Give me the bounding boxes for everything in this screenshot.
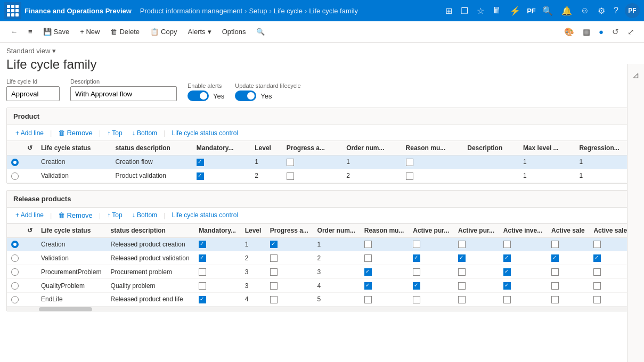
new-button[interactable]: + New xyxy=(76,26,104,38)
palette-icon[interactable]: 🎨 xyxy=(561,25,577,39)
product-remove-button[interactable]: 🗑 Remove xyxy=(54,127,96,138)
product-table: ↺ Life cycle status status description M… xyxy=(7,141,637,183)
product-desc-header[interactable]: status description xyxy=(111,141,192,155)
table-row[interactable]: ValidationReleased product validation22 xyxy=(7,251,637,265)
breadcrumb-item-3[interactable]: Life cycle xyxy=(274,7,303,15)
product-section-title: Product xyxy=(7,108,637,125)
table-row[interactable]: CreationReleased product creation11 xyxy=(7,237,637,251)
update-lifecycle-value: Yes xyxy=(260,92,272,100)
calculator-icon[interactable]: 🖩 xyxy=(491,4,503,18)
life-cycle-id-input[interactable] xyxy=(6,86,60,101)
filter-panel: ⊿ xyxy=(627,64,644,362)
settings-nav-icon[interactable]: ⚡ xyxy=(508,4,523,18)
alerts-button[interactable]: Alerts ▾ xyxy=(183,26,215,38)
app-title: Finance and Operations Preview xyxy=(25,7,132,15)
options-button[interactable]: Options xyxy=(218,26,250,38)
breadcrumb-item-2[interactable]: Setup xyxy=(249,7,267,15)
bookmark-icon[interactable]: ☆ xyxy=(475,4,486,18)
product-bottom-button[interactable]: ↓ Bottom xyxy=(128,128,161,138)
window-icon[interactable]: ❐ xyxy=(459,4,470,18)
side-panel-icon[interactable]: ▦ xyxy=(580,25,593,39)
release-grid-toolbar: + Add line | 🗑 Remove | ↑ Top ↓ Bottom |… xyxy=(7,208,637,224)
release-mandatory-header[interactable]: Mandatory... xyxy=(194,224,241,238)
product-description-header[interactable]: Description xyxy=(463,141,519,155)
release-activepur1-header[interactable]: Active pur... xyxy=(409,224,454,238)
release-level-header[interactable]: Level xyxy=(241,224,266,238)
table-row[interactable]: EndLifeReleased product end life45 xyxy=(7,292,637,306)
table-row[interactable]: ProcurementProblemProcurement problem33 xyxy=(7,265,637,279)
enable-alerts-toggle[interactable] xyxy=(188,90,209,101)
release-activeinve-header[interactable]: Active inve... xyxy=(499,224,547,238)
product-add-line-button[interactable]: + Add line xyxy=(11,128,48,138)
product-lifecycle-status-control[interactable]: Life cycle status control xyxy=(167,128,242,138)
update-lifecycle-field: Update standard lifecycle Yes xyxy=(235,83,301,101)
release-section-title: Release products xyxy=(7,191,637,208)
release-top-button[interactable]: ↑ Top xyxy=(103,210,126,220)
copy-button[interactable]: 📋 Copy xyxy=(146,26,181,38)
life-cycle-id-field: Life cycle Id xyxy=(6,78,60,101)
open-new-icon[interactable]: ⤢ xyxy=(624,25,638,39)
back-button[interactable]: ← xyxy=(6,26,22,38)
layout-icon[interactable]: ⊞ xyxy=(443,4,454,18)
menu-icon: ≡ xyxy=(28,28,32,36)
breadcrumb-item-4[interactable]: Life cycle family xyxy=(309,7,358,15)
release-ordernum-header[interactable]: Order num... xyxy=(313,224,360,238)
top-nav-bar: Finance and Operations Preview Product i… xyxy=(0,0,644,21)
user-avatar[interactable]: PF xyxy=(625,3,640,18)
nav-icons: ⊞ ❐ ☆ 🖩 ⚡ PF 🔍 🔔 ☺ ⚙ ? PF xyxy=(443,3,640,18)
release-desc-header[interactable]: status description xyxy=(107,224,195,238)
product-ordernum-header[interactable]: Order num... xyxy=(342,141,401,155)
menu-button[interactable]: ≡ xyxy=(24,26,37,38)
product-grid-toolbar: + Add line | 🗑 Remove | ↑ Top ↓ Bottom |… xyxy=(7,125,637,141)
app-menu-button[interactable] xyxy=(4,2,21,19)
refresh-toolbar-icon[interactable]: ↺ xyxy=(609,25,622,39)
release-status-header[interactable]: Life cycle status xyxy=(37,224,107,238)
release-activepur2-header[interactable]: Active pur... xyxy=(454,224,499,238)
breadcrumb-item-1[interactable]: Product information management xyxy=(140,7,242,15)
life-cycle-id-label: Life cycle Id xyxy=(6,78,60,85)
description-input[interactable] xyxy=(70,86,177,101)
release-progress-header[interactable]: Progress a... xyxy=(266,224,313,238)
release-activesale-header[interactable]: Active sale xyxy=(547,224,589,238)
filter-icon[interactable]: ⊿ xyxy=(629,68,642,83)
product-level-header[interactable]: Level xyxy=(250,141,282,155)
help-icon[interactable]: ? xyxy=(612,4,621,18)
release-remove-button[interactable]: 🗑 Remove xyxy=(54,210,96,221)
update-lifecycle-toggle[interactable] xyxy=(235,90,256,101)
product-maxlevel-header[interactable]: Max level ... xyxy=(519,141,575,155)
save-button[interactable]: 💾 Save xyxy=(39,26,74,38)
gear-icon[interactable]: ⚙ xyxy=(596,4,607,18)
layout-wrapper: Standard view ▾ Life cycle family Life c… xyxy=(0,43,644,362)
search-icon: 🔍 xyxy=(256,28,265,36)
notification-icon[interactable]: 🔔 xyxy=(559,4,574,18)
page-title: Life cycle family xyxy=(6,57,638,72)
product-progress-header[interactable]: Progress a... xyxy=(282,141,342,155)
release-reasonmu-header[interactable]: Reason mu... xyxy=(360,224,409,238)
breadcrumb: Product information management › Setup ›… xyxy=(140,7,443,15)
smiley-icon[interactable]: ☺ xyxy=(578,4,591,18)
product-refresh-header: ↺ xyxy=(23,141,37,155)
copy-icon: 📋 xyxy=(150,28,159,36)
release-bottom-button[interactable]: ↓ Bottom xyxy=(128,210,161,220)
product-reasonmu-header[interactable]: Reason mu... xyxy=(402,141,463,155)
release-radio-header xyxy=(7,224,23,238)
release-lifecycle-status-control[interactable]: Life cycle status control xyxy=(167,210,242,220)
release-add-line-button[interactable]: + Add line xyxy=(11,210,48,220)
standard-view-selector[interactable]: Standard view ▾ xyxy=(6,47,638,55)
toolbar-search-icon[interactable]: 🔍 xyxy=(252,26,269,38)
horizontal-scrollbar[interactable] xyxy=(7,307,637,311)
delete-button[interactable]: 🗑 Delete xyxy=(106,26,144,38)
product-mandatory-header[interactable]: Mandatory... xyxy=(192,141,250,155)
table-row[interactable]: CreationCreation flow1111 xyxy=(7,155,637,169)
company-selector[interactable]: PF xyxy=(527,7,536,15)
chevron-down-icon: ▾ xyxy=(52,47,56,55)
product-status-header[interactable]: Life cycle status xyxy=(37,141,111,155)
alert-circle-icon[interactable]: ● xyxy=(596,25,607,38)
table-row[interactable]: QualityProblemQuality problem34 xyxy=(7,279,637,293)
release-refresh-header: ↺ xyxy=(23,224,37,238)
update-lifecycle-label: Update standard lifecycle xyxy=(235,83,301,89)
table-row[interactable]: ValidationProduct validation2211 xyxy=(7,169,637,183)
search-nav-icon[interactable]: 🔍 xyxy=(540,4,555,18)
product-top-button[interactable]: ↑ Top xyxy=(103,128,126,138)
scroll-thumb[interactable] xyxy=(39,307,92,311)
